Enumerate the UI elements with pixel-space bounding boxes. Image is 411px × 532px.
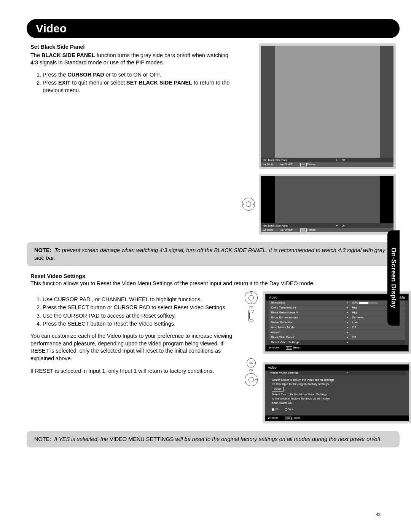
menu-row: Black Enhancement▸High	[269, 310, 405, 315]
section2-intro: This function allows you to Reset the Vi…	[30, 280, 396, 288]
cursor-pad-icon	[242, 198, 255, 211]
menu-row: Reset Video Settings▸	[269, 340, 405, 345]
menu-row: Aspect▸	[269, 330, 405, 335]
channel-wheel-icon	[248, 310, 254, 321]
section2-para3: If RESET is selected in Input 1, only In…	[30, 367, 236, 375]
cursor-pad-icon	[245, 291, 258, 304]
control-icons-1: OR	[244, 291, 259, 321]
cursor-pad-right-icon	[245, 373, 258, 386]
note-1: NOTE: To prevent screen damage when watc…	[27, 242, 400, 266]
section1-intro: The BLACK SIDE PANEL function turns the …	[30, 52, 236, 67]
menu-row: Sharpness▸50%	[269, 300, 405, 305]
section1-heading: Set Black Side Panel	[30, 43, 236, 51]
menu-row: Auto Movie Mode▸Off	[269, 325, 405, 330]
menu-row: Black Side Panel▸Off	[269, 335, 405, 340]
side-tab: On-Screen Display	[387, 230, 400, 326]
page-title-bar: Video	[27, 19, 400, 38]
select-button-icon: SEL	[247, 358, 256, 367]
section1-steps: Press the CURSOR PAD or to set to ON or …	[30, 71, 236, 94]
menu-row: Edge Enhancement▸Dynamic	[269, 315, 405, 320]
menu-row: Noise Reduction▸Low	[269, 320, 405, 325]
menu-row: Color Temperature▸High	[269, 305, 405, 310]
section2-para2: You can customize each of the Video Inpu…	[30, 332, 236, 362]
section2-steps: Use CURSOR PAD , or CHANNEL WHEEL to hig…	[30, 296, 236, 328]
tv-mock-off: Set Black Side Panel ▸ Off ▴▾ Next ◂ ▸ O…	[259, 43, 396, 169]
control-icons-2: SEL OR	[244, 358, 259, 386]
section2-heading: Reset Video Settings	[30, 273, 396, 279]
reset-dialog-mock: Video Reset Video Settings▸ Select Reset…	[263, 362, 411, 423]
page-number: 43	[376, 512, 381, 517]
tv-mock-on: Set Black Side Panel ▸ On ▴▾ Next ◂ ▸ On…	[259, 174, 396, 235]
note-2: NOTE: If YES is selected, the VIDEO MENU…	[27, 431, 400, 448]
